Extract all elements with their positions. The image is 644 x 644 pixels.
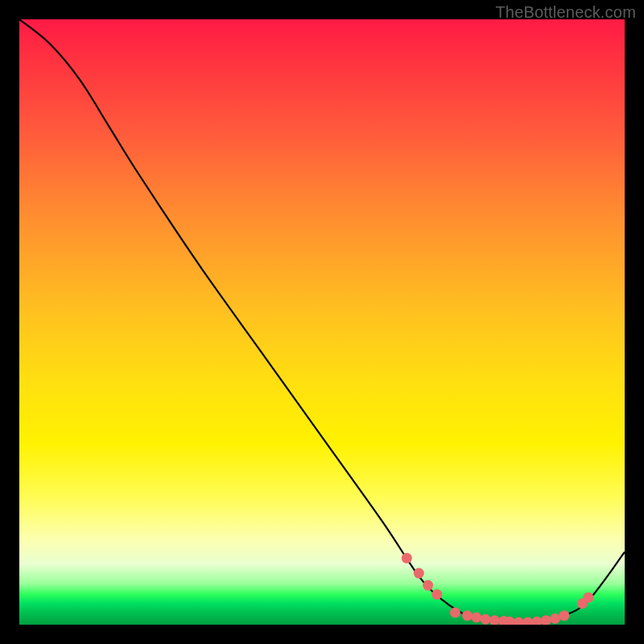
data-marker xyxy=(489,615,500,625)
data-marker xyxy=(498,616,509,625)
data-marker xyxy=(559,610,569,621)
data-marker xyxy=(550,613,560,624)
data-marker xyxy=(414,568,424,579)
attribution-text: TheBottleneck.com xyxy=(495,3,636,22)
chart-frame: TheBottleneck.com xyxy=(0,0,644,644)
data-marker xyxy=(423,580,433,591)
curve-markers xyxy=(402,553,594,625)
data-marker xyxy=(431,589,442,600)
plot-area xyxy=(19,19,625,625)
data-marker xyxy=(450,607,460,617)
data-marker xyxy=(514,617,524,625)
bottleneck-curve xyxy=(19,19,625,623)
data-marker xyxy=(531,617,542,625)
data-marker xyxy=(522,617,533,625)
data-marker xyxy=(541,615,551,625)
data-marker xyxy=(462,610,473,621)
data-marker xyxy=(402,553,412,564)
data-marker xyxy=(583,592,593,603)
data-marker xyxy=(577,598,588,609)
data-marker xyxy=(471,612,481,622)
data-marker xyxy=(505,617,515,625)
curve-layer xyxy=(19,19,625,625)
data-marker xyxy=(481,614,491,625)
